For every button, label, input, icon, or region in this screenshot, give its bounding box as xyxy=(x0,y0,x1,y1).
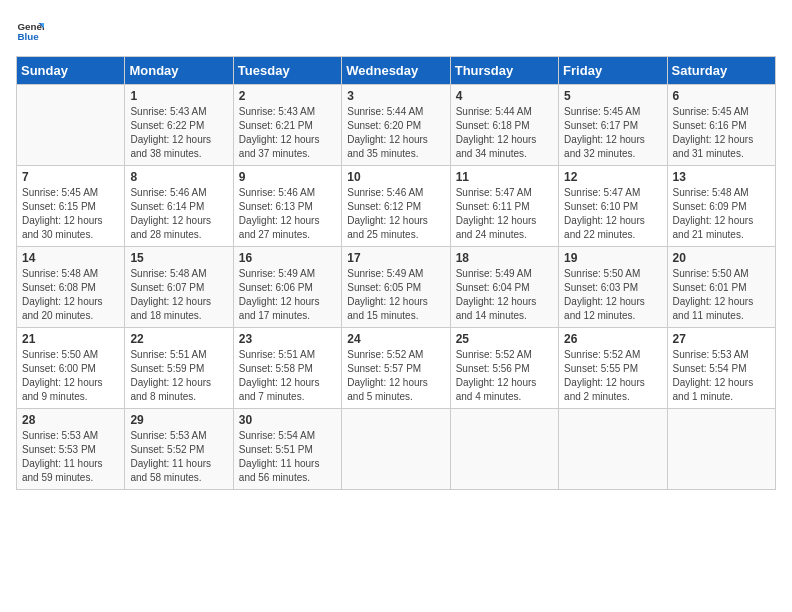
calendar-cell: 12 Sunrise: 5:47 AMSunset: 6:10 PMDaylig… xyxy=(559,166,667,247)
day-info: Sunrise: 5:47 AMSunset: 6:10 PMDaylight:… xyxy=(564,187,645,240)
weekday-header: Saturday xyxy=(667,57,775,85)
weekday-header: Friday xyxy=(559,57,667,85)
day-info: Sunrise: 5:46 AMSunset: 6:12 PMDaylight:… xyxy=(347,187,428,240)
day-number: 2 xyxy=(239,89,336,103)
day-number: 22 xyxy=(130,332,227,346)
day-number: 12 xyxy=(564,170,661,184)
calendar-cell: 27 Sunrise: 5:53 AMSunset: 5:54 PMDaylig… xyxy=(667,328,775,409)
calendar-cell: 2 Sunrise: 5:43 AMSunset: 6:21 PMDayligh… xyxy=(233,85,341,166)
day-number: 9 xyxy=(239,170,336,184)
day-info: Sunrise: 5:44 AMSunset: 6:18 PMDaylight:… xyxy=(456,106,537,159)
calendar-cell: 16 Sunrise: 5:49 AMSunset: 6:06 PMDaylig… xyxy=(233,247,341,328)
calendar-cell: 8 Sunrise: 5:46 AMSunset: 6:14 PMDayligh… xyxy=(125,166,233,247)
calendar-cell: 17 Sunrise: 5:49 AMSunset: 6:05 PMDaylig… xyxy=(342,247,450,328)
calendar-week-row: 28 Sunrise: 5:53 AMSunset: 5:53 PMDaylig… xyxy=(17,409,776,490)
calendar-cell: 15 Sunrise: 5:48 AMSunset: 6:07 PMDaylig… xyxy=(125,247,233,328)
calendar-cell: 19 Sunrise: 5:50 AMSunset: 6:03 PMDaylig… xyxy=(559,247,667,328)
calendar-cell: 23 Sunrise: 5:51 AMSunset: 5:58 PMDaylig… xyxy=(233,328,341,409)
day-number: 7 xyxy=(22,170,119,184)
calendar-cell: 14 Sunrise: 5:48 AMSunset: 6:08 PMDaylig… xyxy=(17,247,125,328)
calendar-cell: 20 Sunrise: 5:50 AMSunset: 6:01 PMDaylig… xyxy=(667,247,775,328)
calendar-cell: 28 Sunrise: 5:53 AMSunset: 5:53 PMDaylig… xyxy=(17,409,125,490)
day-info: Sunrise: 5:45 AMSunset: 6:15 PMDaylight:… xyxy=(22,187,103,240)
svg-text:Blue: Blue xyxy=(17,31,39,42)
calendar-cell: 5 Sunrise: 5:45 AMSunset: 6:17 PMDayligh… xyxy=(559,85,667,166)
day-number: 17 xyxy=(347,251,444,265)
calendar-cell xyxy=(559,409,667,490)
day-info: Sunrise: 5:50 AMSunset: 6:01 PMDaylight:… xyxy=(673,268,754,321)
weekday-header: Wednesday xyxy=(342,57,450,85)
day-info: Sunrise: 5:45 AMSunset: 6:16 PMDaylight:… xyxy=(673,106,754,159)
day-info: Sunrise: 5:43 AMSunset: 6:22 PMDaylight:… xyxy=(130,106,211,159)
calendar-cell: 30 Sunrise: 5:54 AMSunset: 5:51 PMDaylig… xyxy=(233,409,341,490)
calendar-week-row: 7 Sunrise: 5:45 AMSunset: 6:15 PMDayligh… xyxy=(17,166,776,247)
day-number: 16 xyxy=(239,251,336,265)
calendar-cell: 29 Sunrise: 5:53 AMSunset: 5:52 PMDaylig… xyxy=(125,409,233,490)
day-number: 20 xyxy=(673,251,770,265)
day-info: Sunrise: 5:46 AMSunset: 6:13 PMDaylight:… xyxy=(239,187,320,240)
calendar-cell: 1 Sunrise: 5:43 AMSunset: 6:22 PMDayligh… xyxy=(125,85,233,166)
day-number: 1 xyxy=(130,89,227,103)
day-info: Sunrise: 5:50 AMSunset: 6:00 PMDaylight:… xyxy=(22,349,103,402)
weekday-header: Monday xyxy=(125,57,233,85)
day-info: Sunrise: 5:45 AMSunset: 6:17 PMDaylight:… xyxy=(564,106,645,159)
day-number: 21 xyxy=(22,332,119,346)
day-number: 15 xyxy=(130,251,227,265)
day-info: Sunrise: 5:46 AMSunset: 6:14 PMDaylight:… xyxy=(130,187,211,240)
day-info: Sunrise: 5:52 AMSunset: 5:57 PMDaylight:… xyxy=(347,349,428,402)
day-info: Sunrise: 5:53 AMSunset: 5:53 PMDaylight:… xyxy=(22,430,103,483)
calendar-cell: 10 Sunrise: 5:46 AMSunset: 6:12 PMDaylig… xyxy=(342,166,450,247)
day-number: 27 xyxy=(673,332,770,346)
calendar-table: SundayMondayTuesdayWednesdayThursdayFrid… xyxy=(16,56,776,490)
calendar-cell: 3 Sunrise: 5:44 AMSunset: 6:20 PMDayligh… xyxy=(342,85,450,166)
logo: General Blue xyxy=(16,16,48,44)
calendar-cell: 9 Sunrise: 5:46 AMSunset: 6:13 PMDayligh… xyxy=(233,166,341,247)
calendar-cell: 21 Sunrise: 5:50 AMSunset: 6:00 PMDaylig… xyxy=(17,328,125,409)
day-info: Sunrise: 5:50 AMSunset: 6:03 PMDaylight:… xyxy=(564,268,645,321)
day-number: 24 xyxy=(347,332,444,346)
calendar-cell: 18 Sunrise: 5:49 AMSunset: 6:04 PMDaylig… xyxy=(450,247,558,328)
day-info: Sunrise: 5:49 AMSunset: 6:05 PMDaylight:… xyxy=(347,268,428,321)
day-info: Sunrise: 5:48 AMSunset: 6:07 PMDaylight:… xyxy=(130,268,211,321)
calendar-cell: 13 Sunrise: 5:48 AMSunset: 6:09 PMDaylig… xyxy=(667,166,775,247)
day-number: 3 xyxy=(347,89,444,103)
day-info: Sunrise: 5:44 AMSunset: 6:20 PMDaylight:… xyxy=(347,106,428,159)
day-number: 14 xyxy=(22,251,119,265)
day-number: 29 xyxy=(130,413,227,427)
day-info: Sunrise: 5:51 AMSunset: 5:58 PMDaylight:… xyxy=(239,349,320,402)
calendar-cell: 4 Sunrise: 5:44 AMSunset: 6:18 PMDayligh… xyxy=(450,85,558,166)
day-number: 11 xyxy=(456,170,553,184)
day-number: 10 xyxy=(347,170,444,184)
day-info: Sunrise: 5:47 AMSunset: 6:11 PMDaylight:… xyxy=(456,187,537,240)
day-number: 6 xyxy=(673,89,770,103)
logo-icon: General Blue xyxy=(16,16,44,44)
calendar-cell xyxy=(450,409,558,490)
day-info: Sunrise: 5:53 AMSunset: 5:54 PMDaylight:… xyxy=(673,349,754,402)
calendar-cell: 25 Sunrise: 5:52 AMSunset: 5:56 PMDaylig… xyxy=(450,328,558,409)
day-number: 13 xyxy=(673,170,770,184)
page-header: General Blue xyxy=(16,16,776,44)
day-info: Sunrise: 5:49 AMSunset: 6:06 PMDaylight:… xyxy=(239,268,320,321)
calendar-cell: 24 Sunrise: 5:52 AMSunset: 5:57 PMDaylig… xyxy=(342,328,450,409)
calendar-cell: 26 Sunrise: 5:52 AMSunset: 5:55 PMDaylig… xyxy=(559,328,667,409)
day-info: Sunrise: 5:53 AMSunset: 5:52 PMDaylight:… xyxy=(130,430,211,483)
calendar-cell xyxy=(667,409,775,490)
calendar-week-row: 21 Sunrise: 5:50 AMSunset: 6:00 PMDaylig… xyxy=(17,328,776,409)
day-number: 4 xyxy=(456,89,553,103)
day-number: 19 xyxy=(564,251,661,265)
calendar-week-row: 1 Sunrise: 5:43 AMSunset: 6:22 PMDayligh… xyxy=(17,85,776,166)
day-info: Sunrise: 5:54 AMSunset: 5:51 PMDaylight:… xyxy=(239,430,320,483)
calendar-header-row: SundayMondayTuesdayWednesdayThursdayFrid… xyxy=(17,57,776,85)
day-info: Sunrise: 5:43 AMSunset: 6:21 PMDaylight:… xyxy=(239,106,320,159)
weekday-header: Tuesday xyxy=(233,57,341,85)
day-number: 26 xyxy=(564,332,661,346)
day-info: Sunrise: 5:52 AMSunset: 5:55 PMDaylight:… xyxy=(564,349,645,402)
day-number: 25 xyxy=(456,332,553,346)
calendar-cell xyxy=(342,409,450,490)
day-info: Sunrise: 5:51 AMSunset: 5:59 PMDaylight:… xyxy=(130,349,211,402)
day-number: 28 xyxy=(22,413,119,427)
day-info: Sunrise: 5:48 AMSunset: 6:08 PMDaylight:… xyxy=(22,268,103,321)
calendar-week-row: 14 Sunrise: 5:48 AMSunset: 6:08 PMDaylig… xyxy=(17,247,776,328)
calendar-cell xyxy=(17,85,125,166)
day-number: 30 xyxy=(239,413,336,427)
